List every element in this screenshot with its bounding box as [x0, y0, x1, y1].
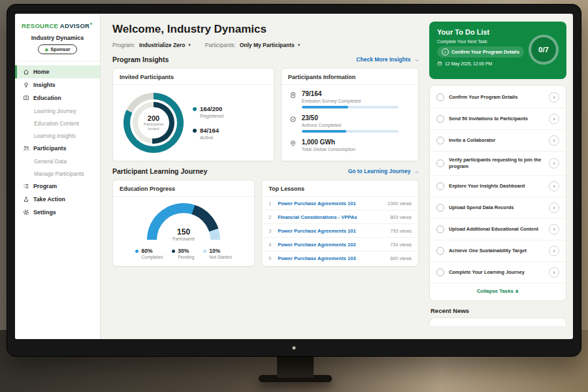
task-checkbox[interactable]: [436, 269, 444, 276]
task-chevron-icon[interactable]: ›: [549, 246, 559, 256]
task-chevron-icon[interactable]: ›: [549, 267, 559, 278]
task-item[interactable]: Complete Your Learning Journey ›: [430, 262, 566, 284]
go-to-learning-journey-link[interactable]: Go to Learning Journey →: [348, 168, 419, 174]
task-chevron-icon[interactable]: ›: [549, 135, 559, 146]
lesson-views: 1000 views: [387, 201, 412, 206]
participants-select[interactable]: Only My Participants ▾: [240, 42, 301, 48]
sidebar-item-home[interactable]: Home: [15, 65, 100, 78]
legend-label: Pending: [178, 255, 194, 259]
sidebar-item-participants[interactable]: Participants: [15, 142, 100, 155]
scene: { "app": { "logo_primary": "RESOURCE", "…: [0, 0, 588, 392]
lesson-link[interactable]: Power Purchase Agreements 102: [278, 242, 385, 248]
gauge-legend: 60% Completed 30% Pending 10% Not Starte…: [135, 248, 231, 259]
gauge-center: 150 Participants: [147, 227, 220, 240]
task-item[interactable]: Confirm Your Program Details ›: [430, 87, 566, 108]
lesson-link[interactable]: Power Purchase Agreements 101: [278, 228, 385, 234]
task-chevron-icon[interactable]: ›: [549, 158, 559, 169]
task-item[interactable]: Invite a Collaborator ›: [430, 130, 566, 152]
card-title: Education Progress: [113, 180, 254, 197]
task-checkbox[interactable]: [436, 247, 444, 255]
sidebar-nav: Home Insights Education Learning Journey…: [15, 61, 100, 223]
lesson-link[interactable]: Power Purchase Agreements 103: [278, 255, 385, 261]
section-title: Program Insights: [112, 56, 169, 63]
sponsor-badge[interactable]: ◉ Sponsor: [38, 44, 77, 54]
task-item[interactable]: Verify participants requesting to join t…: [430, 152, 566, 176]
task-checkbox[interactable]: [436, 137, 444, 144]
org-name: Industry Dynamics: [20, 35, 95, 41]
sidebar-item-program[interactable]: Program: [15, 180, 100, 193]
legend-dot: [135, 250, 139, 253]
collapse-tasks-button[interactable]: Collapse Tasks ∧: [430, 284, 566, 299]
sidebar-item-learning-journey[interactable]: Learning Journey: [15, 105, 100, 117]
stat-value: 23/50: [302, 114, 399, 122]
education-progress-gauge: 150 Participants: [147, 203, 220, 240]
task-checkbox[interactable]: [436, 159, 444, 167]
check-more-insights-link[interactable]: Check More Insights →: [356, 56, 419, 63]
lesson-link[interactable]: Power Purchase Agreements 101: [278, 201, 383, 206]
chevron-up-icon: ∧: [515, 288, 519, 294]
legend-value: 10%: [209, 248, 220, 254]
task-item[interactable]: Upload Spend Data Records ›: [430, 197, 566, 219]
progress-bar-fill: [302, 130, 346, 133]
task-item[interactable]: Send 50 Invitations to Participants ›: [430, 108, 566, 130]
program-select[interactable]: Industrialize Zero ▾: [139, 42, 191, 48]
gauge-center-label: Participants: [147, 237, 220, 240]
progress-bar: [302, 106, 399, 108]
lesson-row: 3 Power Purchase Agreements 101 793 view…: [262, 224, 418, 238]
top-lessons-card: Top Lessons 1 Power Purchase Agreements …: [261, 180, 419, 267]
task-chevron-icon[interactable]: ›: [549, 224, 559, 235]
sidebar-item-education-content[interactable]: Education Content: [15, 117, 100, 129]
sidebar-item-label: Education: [33, 95, 61, 101]
sidebar-item-education[interactable]: Education: [15, 91, 100, 105]
lesson-rank: 3: [269, 229, 273, 233]
task-label: Confirm Your Program Details: [449, 94, 544, 101]
legend-label: Not Started: [209, 255, 231, 259]
invited-participants-donut: 200 Participants Invited: [123, 93, 184, 153]
todo-progress-ring: 0/7: [529, 35, 559, 65]
task-checkbox[interactable]: [436, 182, 444, 190]
sidebar-item-insights[interactable]: Insights: [15, 78, 100, 91]
task-chevron-icon[interactable]: ›: [549, 181, 559, 191]
org-block: Industry Dynamics ◉ Sponsor: [15, 33, 100, 61]
lesson-views: 793 views: [390, 228, 412, 234]
task-checkbox[interactable]: [436, 115, 444, 123]
lesson-views: 803 views: [390, 214, 412, 220]
legend-item-pending: 30% Pending: [172, 248, 194, 259]
sidebar-item-manage-participants[interactable]: Manage Participants: [15, 167, 100, 180]
legend-item-registered: 164/200 Registered: [193, 105, 223, 119]
task-item[interactable]: Explore Your Insights Dashboard ›: [430, 176, 566, 197]
stat-label: Emission Survey Completed: [302, 98, 399, 104]
legend-value: 30%: [178, 248, 189, 254]
task-chevron-icon[interactable]: ›: [549, 203, 559, 213]
task-checkbox[interactable]: [436, 93, 444, 101]
filter-bar: Program: Industrialize Zero ▾ Participan…: [112, 42, 419, 48]
location-pin-icon: [289, 140, 297, 154]
lesson-views: 734 views: [390, 242, 412, 248]
todo-next-task[interactable]: ✓ Confirm Your Program Details: [437, 46, 524, 57]
legend-value: 164/200: [200, 105, 223, 112]
sidebar-item-learning-insights[interactable]: Learning Insights: [15, 129, 100, 142]
sidebar-item-label: Program: [33, 183, 57, 189]
lesson-rank: 1: [269, 201, 273, 206]
lesson-link[interactable]: Financial Considerations - VPPAs: [278, 214, 385, 220]
learning-cards-row: Education Progress 150 Participants 60%: [112, 180, 419, 267]
task-item[interactable]: Achieve One Sustainability Target ›: [430, 240, 566, 262]
task-checkbox[interactable]: [436, 225, 444, 233]
legend-item-active: 84/164 Active: [193, 127, 223, 140]
sidebar: RESOURCE ADVISOR+ Industry Dynamics ◉ Sp…: [15, 14, 101, 339]
sidebar-item-take-action[interactable]: Take Action: [15, 193, 100, 206]
chevron-down-icon: ▾: [188, 42, 191, 48]
task-chevron-icon[interactable]: ›: [549, 92, 559, 103]
task-item[interactable]: Upload Additional Educational Content ›: [430, 219, 566, 240]
task-checkbox[interactable]: [436, 204, 444, 212]
sidebar-item-label: Take Action: [33, 196, 65, 203]
lesson-views: 600 views: [390, 255, 412, 261]
sidebar-item-general-data[interactable]: General Data: [15, 155, 100, 167]
sidebar-item-settings[interactable]: Settings: [15, 206, 100, 219]
participants-filter-label: Participants:: [205, 42, 236, 48]
link-label: Check More Insights: [356, 56, 410, 63]
task-chevron-icon[interactable]: ›: [549, 114, 559, 124]
lesson-rank: 4: [269, 242, 273, 247]
arrow-right-icon: →: [414, 168, 419, 174]
todo-panel: Your To Do List Complete Your Next Task:…: [427, 14, 573, 339]
